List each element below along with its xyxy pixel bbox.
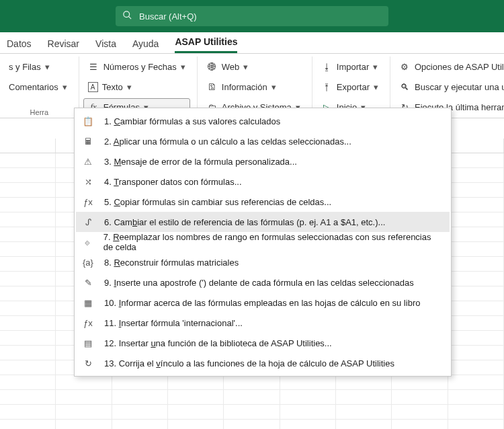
grid-cell[interactable] (392, 375, 448, 389)
grid-cell[interactable] (448, 286, 504, 301)
menu-item-2[interactable]: 🖩2. Aplicar una fórmula o un cálculo a l… (76, 131, 450, 151)
grid-cell[interactable] (336, 375, 392, 389)
menu-item-9[interactable]: ✎9. Inserte una apostrofe (') delante de… (76, 272, 450, 292)
grid-cell[interactable] (448, 346, 504, 360)
search-box[interactable]: Buscar (Alt+Q) (116, 6, 388, 26)
grid-cell[interactable] (448, 420, 504, 429)
grid-cell[interactable] (0, 153, 56, 167)
grid-cell[interactable] (336, 420, 392, 429)
ribbon-numbers-dates[interactable]: ☰ Números y Fechas▾ (83, 58, 190, 75)
grid-cell[interactable] (448, 257, 504, 271)
grid-cell[interactable] (280, 405, 336, 419)
grid-row[interactable] (0, 375, 504, 390)
ribbon-text[interactable]: A Texto▾ (83, 78, 190, 95)
grid-cell[interactable] (280, 375, 336, 389)
grid-cell[interactable] (168, 420, 224, 429)
grid-cell[interactable] (112, 390, 168, 404)
menu-item-13[interactable]: ↻13. Corrija el vínculo a las funciones … (76, 353, 450, 373)
ribbon-options[interactable]: ⚙ Opciones de ASAP Utilities▾ (394, 58, 504, 75)
grid-cell[interactable] (112, 375, 168, 389)
col-header[interactable] (448, 139, 504, 153)
grid-cell[interactable] (448, 198, 504, 212)
grid-cell[interactable] (448, 272, 504, 286)
grid-cell[interactable] (0, 346, 56, 360)
menu-item-10[interactable]: ▦10. Informar acerca de las fórmulas emp… (76, 292, 450, 313)
grid-cell[interactable] (448, 212, 504, 227)
grid-cell[interactable] (0, 375, 56, 389)
menu-item-1[interactable]: 📋1. Cambiar fórmulas a sus valores calcu… (76, 111, 450, 131)
grid-cell[interactable] (448, 183, 504, 197)
menu-item-12[interactable]: ▤12. Insertar una función de la bibliote… (76, 333, 450, 353)
grid-cell[interactable] (336, 405, 392, 419)
grid-cell[interactable] (168, 405, 224, 419)
menu-item-11[interactable]: ƒx11. Insertar fórmula 'internacional'..… (76, 313, 450, 333)
grid-cell[interactable] (112, 405, 168, 419)
grid-cell[interactable] (0, 198, 56, 212)
grid-cell[interactable] (0, 286, 56, 301)
grid-cell[interactable] (448, 405, 504, 419)
grid-cell[interactable] (0, 331, 56, 345)
grid-cell[interactable] (0, 360, 56, 375)
grid-cell[interactable] (448, 301, 504, 315)
grid-cell[interactable] (224, 420, 280, 429)
tab-asap-utilities[interactable]: ASAP Utilities (175, 32, 237, 53)
ribbon-import[interactable]: ⭳ Importar▾ (317, 58, 383, 75)
menu-item-8[interactable]: {a}8. Reconstruir fórmulas matriciales (76, 252, 450, 272)
grid-cell[interactable] (280, 390, 336, 404)
grid-cell[interactable] (56, 390, 112, 404)
grid-cell[interactable] (336, 390, 392, 404)
grid-cell[interactable] (0, 316, 56, 330)
grid-cell[interactable] (0, 227, 56, 241)
ribbon-export[interactable]: ⭱ Exportar▾ (317, 78, 383, 95)
grid-cell[interactable] (448, 360, 504, 375)
menu-item-7[interactable]: ⟐7. Reemplazar los nombres de rango en f… (76, 232, 450, 252)
grid-cell[interactable] (0, 183, 56, 197)
grid-cell[interactable] (56, 405, 112, 419)
grid-cell[interactable] (224, 390, 280, 404)
grid-cell[interactable] (56, 420, 112, 429)
grid-cell[interactable] (0, 242, 56, 256)
grid-row[interactable] (0, 420, 504, 429)
grid-cell[interactable] (224, 405, 280, 419)
grid-cell[interactable] (0, 272, 56, 286)
tab-datos[interactable]: Datos (7, 34, 32, 53)
grid-cell[interactable] (448, 331, 504, 345)
ribbon-web[interactable]: 🌐︎ Web▾ (202, 58, 305, 75)
tab-vista[interactable]: Vista (95, 34, 116, 53)
grid-cell[interactable] (448, 375, 504, 389)
grid-cell[interactable] (0, 390, 56, 404)
ribbon-info[interactable]: 🖻 Información▾ (202, 78, 305, 95)
grid-cell[interactable] (112, 420, 168, 429)
grid-cell[interactable] (0, 301, 56, 315)
grid-cell[interactable] (448, 227, 504, 241)
grid-cell[interactable] (392, 420, 448, 429)
grid-cell[interactable] (448, 390, 504, 404)
tab-ayuda[interactable]: Ayuda (132, 34, 159, 53)
grid-row[interactable] (0, 390, 504, 405)
grid-cell[interactable] (448, 242, 504, 256)
menu-item-5[interactable]: ƒx5. Copiar fórmulas sin cambiar sus ref… (76, 192, 450, 212)
ribbon-comments[interactable]: Comentarios▾ (4, 78, 72, 95)
tab-revisar[interactable]: Revisar (48, 34, 79, 53)
menu-item-6[interactable]: ᔑ6. Cambiar el estilo de referencia de l… (76, 212, 450, 232)
ribbon-rows-cols[interactable]: s y Filas▾ (4, 58, 72, 75)
grid-cell[interactable] (392, 390, 448, 404)
grid-cell[interactable] (448, 168, 504, 182)
grid-cell[interactable] (0, 257, 56, 271)
grid-row[interactable] (0, 405, 504, 420)
menu-item-3[interactable]: ⚠3. Mensaje de error de la fórmula perso… (76, 151, 450, 171)
grid-cell[interactable] (0, 212, 56, 227)
grid-cell[interactable] (168, 390, 224, 404)
grid-cell[interactable] (56, 375, 112, 389)
grid-cell[interactable] (0, 168, 56, 182)
grid-cell[interactable] (448, 153, 504, 167)
ribbon-find-utility[interactable]: 🔍︎ Buscar y ejecutar una utilidad (394, 78, 504, 95)
grid-cell[interactable] (280, 420, 336, 429)
col-header[interactable] (0, 139, 56, 153)
grid-cell[interactable] (224, 375, 280, 389)
grid-cell[interactable] (168, 375, 224, 389)
grid-cell[interactable] (0, 420, 56, 429)
grid-cell[interactable] (392, 405, 448, 419)
grid-cell[interactable] (448, 316, 504, 330)
menu-item-4[interactable]: ⤭4. Transponer datos con fórmulas... (76, 171, 450, 192)
